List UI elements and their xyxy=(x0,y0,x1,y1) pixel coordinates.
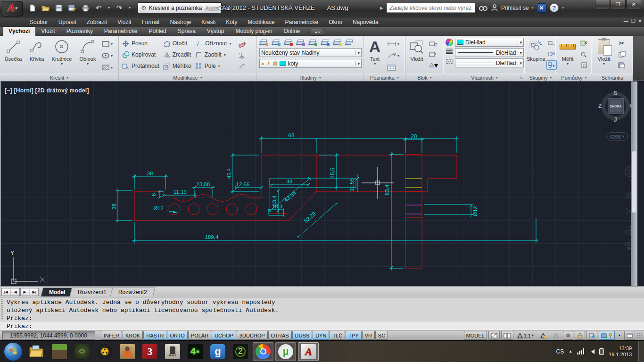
toggle-tpy[interactable]: TPY xyxy=(346,331,361,340)
offset-button[interactable] xyxy=(237,61,248,71)
viewcube[interactable]: S Z V J SHORA xyxy=(601,91,631,121)
viewcube-top-face[interactable]: SHORA xyxy=(608,98,624,114)
start-button[interactable] xyxy=(4,342,23,361)
layer-properties-icon[interactable] xyxy=(259,38,268,46)
taskbar-autocad[interactable]: A xyxy=(298,342,319,361)
layer-on-icon[interactable]: ● xyxy=(261,61,264,66)
viewcube-west[interactable]: Z xyxy=(598,103,602,109)
layer-dropdown[interactable]: ● ☀ koty ▾ xyxy=(259,59,362,68)
coordinates-readout[interactable]: 1955.9992, 1044.4599, 0.0000 xyxy=(2,331,95,340)
first-layout-button[interactable]: |◀ xyxy=(1,288,10,296)
menu-modifikace[interactable]: Modifikace xyxy=(242,17,280,27)
taskbar-minecraft[interactable] xyxy=(49,342,70,361)
menu-kresli[interactable]: Kresli xyxy=(196,17,221,27)
ribbon-tab-online[interactable]: Online xyxy=(278,27,306,36)
viewcube-ucs-menu[interactable]: GSS▾ xyxy=(606,132,628,140)
edit-block-button[interactable] xyxy=(428,49,438,59)
undo-dropdown-button[interactable]: ▾ xyxy=(107,3,111,13)
stretch-button[interactable]: Protáhnout xyxy=(122,60,159,72)
viewport-controls[interactable]: [−] [Horní] [2D drátový model] xyxy=(5,87,89,94)
group-selection-toggle[interactable] xyxy=(546,60,557,70)
layer-match-icon[interactable] xyxy=(272,38,281,46)
panel-title-pomucky[interactable]: Pomůcky▾ xyxy=(556,74,592,81)
group-button[interactable]: Skupina xyxy=(527,37,545,70)
vertical-scrollbar[interactable] xyxy=(631,82,637,287)
create-block-button[interactable] xyxy=(428,39,438,48)
panel-title-hladiny[interactable]: Hladiny▾ xyxy=(257,74,363,81)
ribbon-tab-pohled[interactable]: Pohled xyxy=(143,27,172,36)
clean-screen-button[interactable] xyxy=(624,331,635,340)
save-button[interactable] xyxy=(54,3,64,13)
dialog-launcher-icon[interactable]: ↘ xyxy=(519,75,523,80)
status-overflow-button[interactable]: ▾ xyxy=(616,331,623,340)
power-icon[interactable] xyxy=(599,348,604,355)
move-button[interactable]: Posun xyxy=(122,38,159,49)
dimension-button[interactable]: ▾ xyxy=(386,39,400,49)
toolbar-lock-button[interactable] xyxy=(575,331,585,340)
lineweight-icon[interactable] xyxy=(446,48,453,57)
layer-color-swatch[interactable] xyxy=(280,61,286,66)
command-input[interactable]: Příkaz: xyxy=(0,322,644,330)
infocenter-arrow-icon[interactable]: ▶ xyxy=(380,6,383,10)
volume-icon[interactable] xyxy=(589,349,594,354)
layer-freeze-icon[interactable] xyxy=(333,38,342,46)
layer-off-icon[interactable] xyxy=(345,38,354,46)
insert-block-button[interactable]: Vložit xyxy=(407,37,427,70)
tab-model[interactable]: Model xyxy=(41,288,74,296)
text-button[interactable]: A Text ▾ xyxy=(365,37,384,73)
layer-unlock-icon[interactable] xyxy=(273,60,278,67)
next-layout-button[interactable]: ▶ xyxy=(20,288,29,296)
plot-button[interactable] xyxy=(80,3,91,13)
infocenter-search-input[interactable] xyxy=(387,3,475,13)
menu-zobrazit[interactable]: Zobrazit xyxy=(82,17,112,27)
scrollbar-thumb[interactable] xyxy=(632,151,636,213)
rotate-button[interactable]: Otočit xyxy=(163,38,191,49)
annotation-visibility-button[interactable] xyxy=(537,331,549,340)
command-window-grip[interactable] xyxy=(1,299,3,320)
taskbar-game-fallout[interactable] xyxy=(72,342,92,361)
menu-parametrické[interactable]: Parametrické xyxy=(280,17,324,27)
annotation-scale-button[interactable]: 1:1▾ xyxy=(515,331,536,340)
autoscale-button[interactable] xyxy=(550,331,561,340)
copy-button[interactable]: Kopírovat xyxy=(122,49,159,60)
trim-button[interactable]: -/--Oříznout▾ xyxy=(195,38,231,49)
tab-layout1[interactable]: Rozvržení1 xyxy=(69,288,114,296)
taskbar-game-hl2[interactable]: 2 xyxy=(230,342,251,361)
menu-nástroje[interactable]: Nástroje xyxy=(165,17,196,27)
paste-special-button[interactable] xyxy=(617,60,627,70)
menu-soubor[interactable]: Soubor xyxy=(25,17,53,27)
ribbon-tab-poznámky[interactable]: Poznámky xyxy=(61,27,99,36)
group-edit-button[interactable] xyxy=(546,49,557,59)
toggle-sc[interactable]: SC xyxy=(375,331,388,340)
tab-layout2[interactable]: Rozvržení2 xyxy=(110,288,155,296)
mirror-button[interactable]: Zrcadlit xyxy=(163,49,191,60)
quick-view-drawings-button[interactable] xyxy=(488,331,500,340)
show-desktop-button[interactable] xyxy=(638,341,644,362)
panel-title-modifikace[interactable]: Modifikace▾ xyxy=(119,74,256,81)
taskbar-garrys-mod[interactable]: g xyxy=(207,342,228,361)
ribbon-tab-správa[interactable]: Správa xyxy=(172,27,201,36)
toggle-krok[interactable]: KROK xyxy=(123,331,143,340)
cut-button[interactable]: ✂ xyxy=(617,39,627,48)
lineweight-dropdown[interactable]: DleHlad ▾ xyxy=(455,48,524,57)
redo-button[interactable]: ↷ xyxy=(114,3,124,13)
application-menu-button[interactable]: A▾ xyxy=(2,1,23,16)
polyline-button[interactable]: Křivka xyxy=(25,37,49,73)
layer-previous-icon[interactable] xyxy=(296,38,305,46)
taskbar-windows-explorer[interactable] xyxy=(26,342,47,361)
ribbon-tab-vložit[interactable]: Vložit xyxy=(35,27,60,36)
erase-button[interactable] xyxy=(237,40,248,49)
help-icon[interactable]: ? xyxy=(550,3,559,12)
menu-nápověda[interactable]: Nápověda xyxy=(347,17,384,27)
toggle-tlč[interactable]: TLČ xyxy=(330,331,345,340)
workspace-switching-button[interactable]: ⚙ xyxy=(563,331,573,340)
panel-title-blok[interactable]: Blok▾ xyxy=(405,74,444,81)
tray-expand-icon[interactable]: ▲ xyxy=(569,349,572,354)
toggle-3duchop[interactable]: 3DUCHOP xyxy=(237,331,268,340)
taskbar-game-stalker[interactable]: ☢ xyxy=(94,342,115,361)
layer-isolate-icon[interactable] xyxy=(308,38,317,46)
color-wheel-icon[interactable] xyxy=(446,39,453,46)
taskbar-game-gta4[interactable]: 4★ xyxy=(185,342,206,361)
ribbon-tab-výchozí[interactable]: Výchozí xyxy=(3,27,35,36)
taskbar-game-mw3[interactable]: MW3 xyxy=(162,342,183,361)
